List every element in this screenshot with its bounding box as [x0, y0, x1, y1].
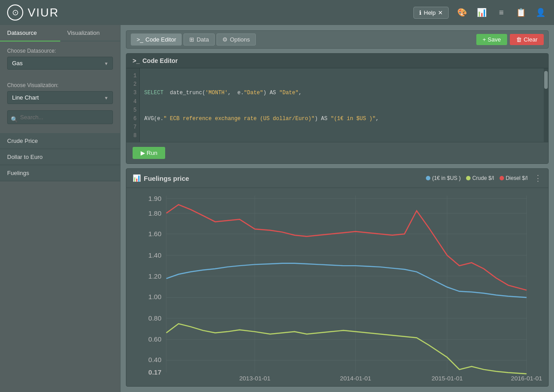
toolbar: >_ Code Editor ⊞ Data ⚙ Options + Save 🗑… [126, 30, 549, 49]
chart-title: 📊 Fuelings price [133, 174, 189, 182]
trash-icon: 🗑 [516, 36, 522, 43]
line-chart: 1.90 1.80 1.60 1.40 1.20 1.00 0.80 0.60 … [131, 192, 544, 382]
palette-icon[interactable]: 🎨 [456, 6, 468, 19]
save-button[interactable]: + Save [476, 34, 507, 45]
visualization-section: Choose Visualization: Line Chart [0, 76, 120, 110]
code-lines[interactable]: SELECT date_trunc('MONTH', e."Date") AS … [140, 68, 548, 142]
legend-item-blue: (1€ in $US ) [426, 175, 461, 181]
svg-text:1.80: 1.80 [148, 209, 161, 217]
clear-button[interactable]: 🗑 Clear [510, 34, 544, 45]
scrollbar-thumb[interactable] [544, 71, 548, 89]
toolbar-tabs: >_ Code Editor ⊞ Data ⚙ Options [131, 33, 256, 46]
svg-text:1.60: 1.60 [148, 230, 161, 238]
svg-text:0.17: 0.17 [148, 368, 161, 376]
stack-icon[interactable]: ≡ [495, 6, 508, 19]
svg-text:1.20: 1.20 [148, 272, 161, 280]
svg-text:0.80: 0.80 [148, 314, 161, 322]
legend-item-red: Diesel $/l [500, 175, 528, 181]
svg-text:2016-01-01: 2016-01-01 [511, 375, 542, 382]
svg-text:0.60: 0.60 [148, 335, 161, 343]
code-editor-title-icon: >_ [133, 57, 140, 64]
choose-datasource-label: Choose Datasource: [7, 48, 113, 54]
layers-icon[interactable]: 📋 [515, 6, 527, 19]
terminal-icon: >_ [137, 36, 143, 43]
svg-text:2013-01-01: 2013-01-01 [239, 375, 271, 382]
logo-icon: ⊙ [7, 4, 23, 21]
tab-options[interactable]: ⚙ Options [217, 33, 256, 46]
chart-icon[interactable]: 📊 [475, 6, 488, 19]
search-icon: 🔍 [11, 116, 18, 122]
chart-header: 📊 Fuelings price (1€ in $US ) Crude $/l [126, 169, 548, 188]
user-icon[interactable]: 👤 [534, 6, 547, 19]
code-editor-title: Code Editor [142, 57, 178, 64]
main-layout: Datasource Visualization Choose Datasour… [0, 25, 554, 392]
search-input[interactable] [7, 110, 113, 124]
bar-chart-icon: 📊 [133, 174, 141, 182]
svg-text:1.90: 1.90 [148, 195, 161, 202]
logo-text: VIUR [28, 6, 59, 20]
chart-content: 1.90 1.80 1.60 1.40 1.20 1.00 0.80 0.60 … [126, 188, 548, 386]
tab-datasource[interactable]: Datasource [0, 25, 60, 42]
logo-area: ⊙ VIUR [7, 4, 59, 21]
visualization-select-wrapper: Line Chart [7, 91, 113, 104]
list-item[interactable]: Dollar to Euro [0, 149, 120, 165]
tab-data[interactable]: ⊞ Data [183, 33, 214, 46]
chart-legend: (1€ in $US ) Crude $/l Diesel $/l [426, 175, 528, 181]
datasource-select[interactable]: Gas [7, 57, 113, 70]
visualization-select[interactable]: Line Chart [7, 91, 113, 104]
panel-tabs: Datasource Visualization [0, 25, 120, 42]
svg-text:2015-01-01: 2015-01-01 [432, 375, 463, 382]
tab-code-editor[interactable]: >_ Code Editor [131, 33, 182, 46]
datasource-section: Choose Datasource: Gas [0, 42, 120, 76]
list-item[interactable]: Crude Price [0, 133, 120, 149]
line-numbers: 12345 6789 [126, 68, 140, 142]
code-editor-box: >_ Code Editor 12345 6789 SELECT date_tr… [126, 53, 549, 164]
svg-text:1.40: 1.40 [148, 251, 161, 259]
run-button[interactable]: ▶ Run [133, 147, 165, 159]
toolbar-actions: + Save 🗑 Clear [476, 34, 544, 45]
tab-visualization[interactable]: Visualization [60, 25, 121, 42]
right-panel: >_ Code Editor ⊞ Data ⚙ Options + Save 🗑… [121, 25, 554, 392]
chart-box: 📊 Fuelings price (1€ in $US ) Crude $/l [126, 168, 549, 387]
chart-menu-icon[interactable]: ⋮ [534, 173, 542, 183]
choose-visualization-label: Choose Visualization: [7, 82, 113, 88]
scrollbar-track[interactable] [544, 68, 548, 142]
close-icon: ✕ [438, 9, 443, 16]
help-label: Help [424, 9, 436, 16]
header: ⊙ VIUR ℹ Help ✕ 🎨 📊 ≡ 📋 👤 [0, 0, 554, 25]
run-section: ▶ Run [126, 142, 548, 163]
datasource-select-wrapper: Gas [7, 57, 113, 70]
left-panel: Datasource Visualization Choose Datasour… [0, 25, 121, 392]
help-button[interactable]: ℹ Help ✕ [413, 7, 449, 19]
table-icon: ⊞ [189, 36, 194, 43]
svg-text:2014-01-01: 2014-01-01 [340, 375, 371, 382]
help-icon: ℹ [419, 9, 421, 16]
code-editor-content[interactable]: 12345 6789 SELECT date_trunc('MONTH', e.… [126, 68, 548, 142]
search-wrapper: 🔍 [7, 110, 113, 128]
code-editor-header: >_ Code Editor [126, 54, 548, 68]
svg-text:1.00: 1.00 [148, 293, 161, 300]
gear-icon: ⚙ [222, 36, 228, 43]
header-right: ℹ Help ✕ 🎨 📊 ≡ 📋 👤 [413, 6, 547, 19]
list-item[interactable]: Fuelings [0, 165, 120, 181]
svg-text:0.40: 0.40 [148, 356, 161, 363]
legend-item-green: Crude $/l [466, 175, 494, 181]
